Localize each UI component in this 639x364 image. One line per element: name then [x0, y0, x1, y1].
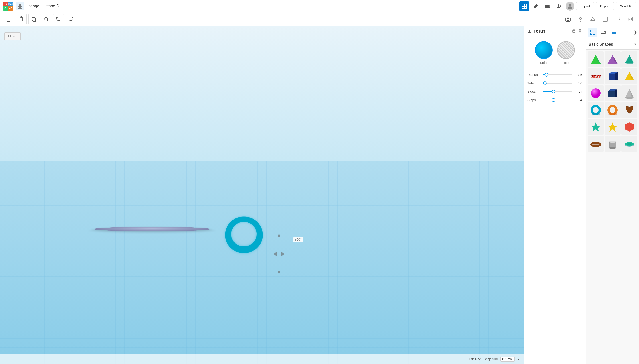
shape-brown-heart[interactable]	[621, 102, 637, 118]
svg-point-90	[609, 141, 616, 143]
sides-value: 24	[574, 90, 582, 94]
shape-ring-brown[interactable]	[588, 136, 604, 152]
mirror-view-btn[interactable]	[625, 14, 635, 24]
shape-star-teal[interactable]	[588, 119, 604, 135]
svg-rect-10	[545, 7, 549, 8]
rotation-label: ↑90°	[293, 237, 303, 242]
tab-ruler[interactable]	[598, 28, 608, 37]
grid-align-btn[interactable]	[600, 14, 610, 24]
shape-gray-cone[interactable]	[621, 85, 637, 101]
hole-option[interactable]: Hole	[557, 41, 575, 64]
svg-point-11	[557, 4, 559, 6]
edit-grid-button[interactable]: Edit Grid	[469, 357, 481, 361]
add-user-button[interactable]	[554, 1, 564, 11]
flat-disk-object	[90, 227, 214, 231]
shape-purple-pyramid[interactable]	[604, 52, 620, 68]
shape-teal-prism[interactable]	[621, 52, 637, 68]
shape-teal-disc[interactable]	[621, 136, 637, 152]
properties-panel: ▲ Torus Solid H	[524, 26, 586, 364]
export-button[interactable]: Export	[596, 2, 614, 10]
svg-rect-18	[33, 18, 36, 21]
sides-slider[interactable]	[543, 91, 572, 92]
light-view-btn[interactable]	[575, 14, 586, 24]
tab-list[interactable]	[609, 28, 619, 37]
svg-point-95	[627, 143, 632, 145]
radius-slider[interactable]	[543, 74, 572, 75]
import-button[interactable]: Import	[576, 2, 594, 10]
tab-grid[interactable]	[588, 28, 597, 37]
steps-slider-row: Steps 24	[527, 96, 582, 104]
sendto-button[interactable]: Send To	[616, 2, 636, 10]
steps-value: 24	[574, 98, 582, 102]
tools-button[interactable]	[542, 1, 552, 11]
shapes-panel-dropdown[interactable]: ▾	[634, 42, 636, 47]
svg-rect-67	[609, 74, 615, 80]
svg-rect-53	[593, 33, 595, 34]
props-light-btn[interactable]	[578, 28, 582, 34]
tube-label: Tube	[527, 81, 541, 85]
rotation-handle[interactable]	[272, 232, 286, 276]
shape-magenta-sphere[interactable]	[588, 85, 604, 101]
solid-label: Solid	[540, 61, 547, 64]
shape-yellow-pyramid[interactable]	[621, 68, 637, 84]
svg-rect-5	[525, 4, 526, 6]
pickaxe-button[interactable]	[531, 1, 541, 11]
grid-view-button[interactable]	[16, 2, 24, 10]
undo-tool[interactable]	[53, 14, 64, 24]
snap-dropdown-icon[interactable]	[517, 358, 520, 360]
svg-marker-44	[273, 252, 277, 256]
snap-grid-dropdown[interactable]: 0.1 mm	[500, 357, 515, 362]
shape-text3d[interactable]: TEXT	[588, 68, 604, 84]
svg-point-21	[567, 18, 569, 21]
solid-option[interactable]: Solid	[535, 41, 553, 64]
svg-marker-47	[518, 359, 520, 360]
props-lock-btn[interactable]	[571, 28, 576, 34]
shapes-panel: ❯ Basic Shapes ▾ TEXT	[586, 26, 639, 364]
props-title: Torus	[533, 28, 570, 34]
redo-tool[interactable]	[66, 14, 76, 24]
user-avatar[interactable]	[565, 2, 574, 11]
solid-circle	[535, 41, 553, 59]
shape-blue-box[interactable]	[604, 68, 620, 84]
camera-view-btn[interactable]	[563, 14, 573, 24]
svg-rect-14	[7, 18, 10, 21]
steps-slider[interactable]	[543, 100, 572, 100]
svg-marker-23	[591, 17, 595, 21]
canvas-area[interactable]: LEFT	[0, 26, 524, 364]
left-label: LEFT	[5, 32, 21, 40]
shape-cylinder-gray[interactable]	[604, 136, 620, 152]
sides-label: Sides	[527, 90, 541, 94]
svg-marker-33	[628, 18, 630, 21]
svg-rect-48	[573, 30, 575, 32]
svg-marker-45	[281, 252, 285, 256]
svg-rect-92	[609, 142, 610, 148]
logo-ker: KER	[8, 2, 14, 6]
props-collapse-button[interactable]: ▲	[527, 28, 532, 34]
svg-rect-40	[0, 161, 524, 364]
svg-point-49	[579, 29, 581, 31]
shape-hex-red[interactable]	[621, 119, 637, 135]
svg-rect-51	[593, 30, 595, 32]
tube-value: 0.6	[574, 81, 582, 85]
svg-marker-34	[630, 18, 632, 21]
shapes-panel-title: Basic Shapes	[589, 42, 634, 47]
svg-marker-66	[625, 55, 634, 64]
copy-tool[interactable]	[4, 14, 14, 24]
align-view-btn[interactable]	[612, 14, 623, 24]
snap-grid-label: Snap Grid	[484, 357, 498, 361]
paste-tool[interactable]	[16, 14, 27, 24]
shape-view-btn[interactable]	[587, 14, 598, 24]
shape-green-pyramid[interactable]	[588, 52, 604, 68]
shapes-grid: TEXT	[586, 50, 639, 154]
svg-marker-84	[608, 122, 617, 132]
delete-tool[interactable]	[41, 14, 52, 24]
shape-orange-torus[interactable]	[604, 102, 620, 118]
shapes-collapse-button[interactable]: ❯	[633, 30, 637, 35]
tube-slider[interactable]	[543, 83, 572, 84]
shape-navy-box[interactable]	[604, 85, 620, 101]
shape-star-gold[interactable]	[604, 119, 620, 135]
grid-mode-button[interactable]	[519, 1, 529, 11]
shape-teal-torus[interactable]	[588, 102, 604, 118]
duplicate-tool[interactable]	[29, 14, 39, 24]
props-header: ▲ Torus	[524, 26, 586, 37]
